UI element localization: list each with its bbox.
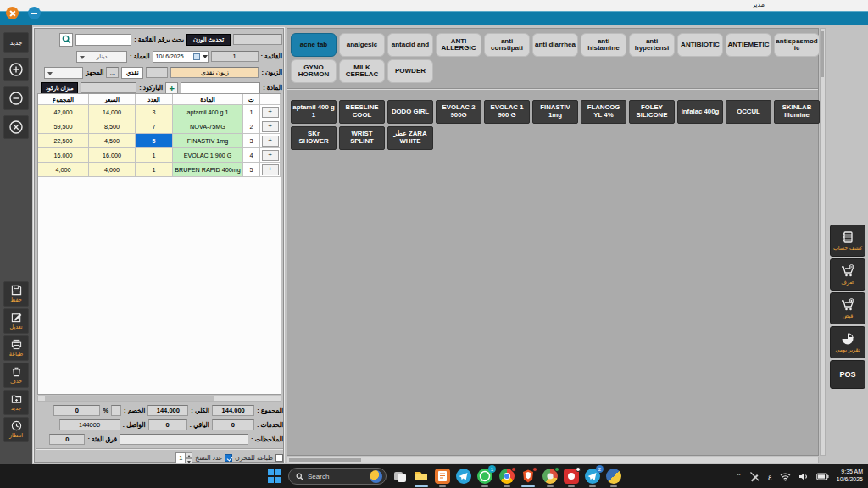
cell-price[interactable]: 16,000 xyxy=(89,148,136,163)
category-button[interactable]: ANTIBIOTIC xyxy=(677,33,723,57)
speaker-icon[interactable] xyxy=(798,472,809,481)
row-add-button[interactable]: + xyxy=(262,150,279,161)
row-add-button[interactable]: + xyxy=(262,136,279,147)
task-view-icon[interactable] xyxy=(392,469,408,484)
telegram-icon[interactable] xyxy=(456,469,471,484)
pen-disabled-icon[interactable] xyxy=(749,471,760,482)
discount-pct-field[interactable] xyxy=(111,405,121,416)
search-button[interactable] xyxy=(59,33,73,47)
minimize-button[interactable] xyxy=(28,7,41,19)
row-add-button[interactable]: + xyxy=(262,121,279,132)
list-search-input[interactable] xyxy=(75,34,131,46)
table-hscrollbar[interactable] xyxy=(37,396,281,402)
product-button[interactable]: عطر ZARA WHITE xyxy=(387,126,433,150)
notes-input[interactable] xyxy=(120,434,248,445)
cell-price[interactable]: 14,000 xyxy=(89,105,136,119)
pos-button[interactable]: POS xyxy=(830,360,865,389)
update-weight-button[interactable]: تحديث الوزن xyxy=(186,34,231,46)
product-button[interactable]: EVOLAC 1 900 G xyxy=(484,100,530,124)
start-button[interactable] xyxy=(268,469,281,483)
category-button[interactable]: GYNO HORMON xyxy=(291,59,337,83)
chrome-icon[interactable] xyxy=(499,469,515,484)
category-button[interactable]: antispasmodic xyxy=(774,33,820,57)
product-button[interactable]: WRIST SPLINT xyxy=(339,126,385,150)
cell-total[interactable]: 22,500 xyxy=(38,134,89,148)
payout-button[interactable]: صرف xyxy=(830,258,865,291)
cell-price[interactable]: 4,000 xyxy=(89,163,136,177)
cancel-button[interactable] xyxy=(3,115,29,139)
category-button[interactable]: anti diarrhea xyxy=(532,33,578,57)
cell-total[interactable]: 16,000 xyxy=(38,148,89,163)
category-button[interactable]: ANTIEMETIC xyxy=(726,33,771,57)
product-button[interactable]: DODO GIRL xyxy=(387,100,433,124)
brave-icon[interactable] xyxy=(520,469,536,484)
red-app-icon[interactable] xyxy=(564,469,579,484)
weight-field[interactable] xyxy=(233,34,282,45)
barcode-scale-button[interactable]: ميزان باركود xyxy=(41,82,78,94)
python-icon[interactable] xyxy=(606,469,621,484)
table-row[interactable]: 42,000 14,000 3 aptamil 400 g 1 1 + xyxy=(38,105,281,119)
catalog-vscrollbar[interactable] xyxy=(820,28,826,456)
services-field[interactable]: 0 xyxy=(212,419,254,430)
denom-diff-field[interactable]: 0 xyxy=(49,434,85,445)
increase-button[interactable] xyxy=(3,58,29,81)
cell-total[interactable]: 42,000 xyxy=(38,105,89,119)
catalog-hscrollbar[interactable] xyxy=(287,457,819,463)
more-button[interactable]: ... xyxy=(106,67,119,78)
cell-price[interactable]: 4,500 xyxy=(89,134,136,148)
clock[interactable]: 9:35 AM 10/6/2025 xyxy=(837,469,863,484)
product-button[interactable]: FLANCOG YL 4% xyxy=(581,100,626,124)
product-button[interactable]: aptamil 400 g 1 xyxy=(291,100,337,124)
new-file-button[interactable]: جديد xyxy=(3,390,29,415)
edit-button[interactable]: تعديل xyxy=(3,308,29,334)
print-button[interactable]: طباعة xyxy=(3,336,29,361)
product-button[interactable]: FOLEY SILICONE xyxy=(629,100,675,124)
weather-icon[interactable] xyxy=(370,470,382,483)
category-button[interactable]: antacid and xyxy=(387,33,433,57)
barcode-input[interactable] xyxy=(81,82,136,93)
table-row[interactable]: 22,500 4,500 5 FINASTIV 1mg 3 + xyxy=(38,134,281,148)
supplier-select[interactable] xyxy=(44,67,83,79)
receive-button[interactable]: قبض xyxy=(830,292,865,324)
cell-total[interactable]: 59,500 xyxy=(38,119,89,134)
daily-report-button[interactable]: تقرير يومي xyxy=(830,326,865,358)
cell-item[interactable]: NOVA-75MG xyxy=(173,119,243,134)
stepper-down-icon[interactable] xyxy=(186,458,192,464)
cell-total[interactable]: 4,000 xyxy=(38,163,89,177)
save-button[interactable]: حفظ xyxy=(3,281,29,307)
close-button[interactable] xyxy=(6,7,19,19)
account-statement-button[interactable]: كشف حساب xyxy=(830,225,865,257)
browser-profile-icon[interactable] xyxy=(542,469,558,484)
discount-amount-field[interactable]: 0 xyxy=(53,405,100,416)
add-item-button[interactable]: + xyxy=(165,82,178,94)
delete-button[interactable]: حذف xyxy=(3,363,29,388)
table-row[interactable]: 59,500 8,500 7 NOVA-75MG 2 + xyxy=(38,119,281,134)
table-row[interactable]: 4,000 4,000 1 BRUFEN RAPID 400mg 5 + xyxy=(38,163,281,177)
cell-price[interactable]: 8,500 xyxy=(89,119,136,134)
copies-value[interactable]: 1 xyxy=(175,452,186,463)
category-button[interactable]: anti constipati xyxy=(484,33,530,57)
telegram-2-icon[interactable]: 2 xyxy=(585,469,600,484)
tray-expand-icon[interactable]: ⌃ xyxy=(736,473,742,480)
category-button[interactable]: anti histamine xyxy=(581,33,626,57)
list-number-field[interactable]: 1 xyxy=(211,51,259,62)
product-button[interactable]: BEESLINE COOL xyxy=(339,100,385,124)
customer-field[interactable]: زبون نقدي xyxy=(170,67,259,78)
product-button[interactable]: OCCUL xyxy=(726,100,771,124)
print-store-checkbox[interactable] xyxy=(275,454,283,462)
category-button[interactable]: analgesic xyxy=(339,33,385,57)
cell-qty[interactable]: 1 xyxy=(136,148,173,163)
copies-stepper[interactable]: 1 xyxy=(175,452,192,463)
whatsapp-icon[interactable]: 1 xyxy=(477,469,492,484)
category-button[interactable]: anti hypertensi xyxy=(629,33,675,57)
cell-qty[interactable]: 7 xyxy=(136,119,173,134)
category-button[interactable]: ANTI ALLERGIC xyxy=(436,33,481,57)
hold-button[interactable]: انتظار xyxy=(3,417,29,442)
decrease-button[interactable] xyxy=(3,86,29,110)
cell-item[interactable]: FINASTIV 1mg xyxy=(173,134,243,148)
date-picker[interactable]: 10/ 6/2025 xyxy=(153,51,209,63)
cell-item[interactable]: aptamil 400 g 1 xyxy=(173,105,243,119)
row-add-button[interactable]: + xyxy=(262,107,279,118)
file-explorer-icon[interactable] xyxy=(414,469,429,484)
battery-icon[interactable] xyxy=(816,473,829,480)
